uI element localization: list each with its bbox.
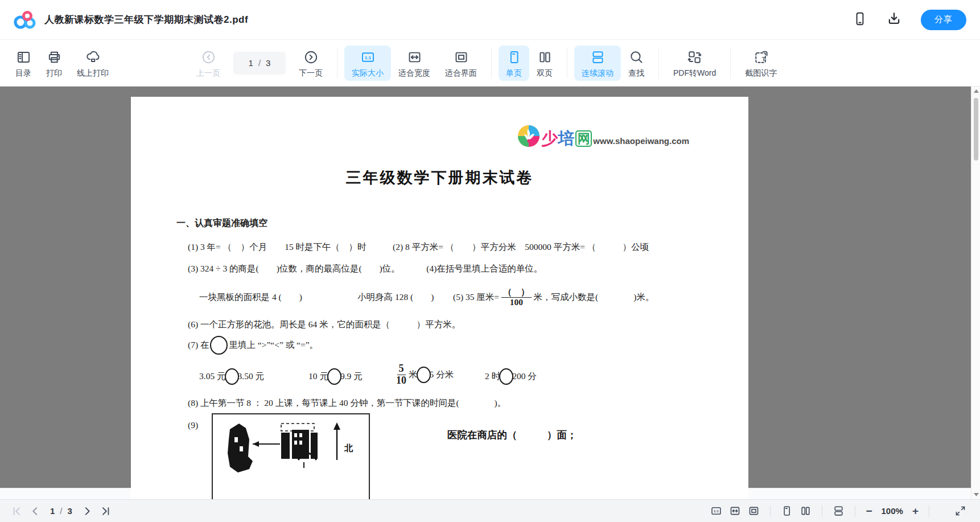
compare-right: 9.9 元 xyxy=(340,371,363,383)
question-7-suffix: 里填上 “>”“<” 或 “=”。 xyxy=(229,339,318,351)
brand-char-pei: 培 xyxy=(558,130,574,147)
fraction-numerator: （ ） xyxy=(501,287,532,298)
toolbar-divider xyxy=(658,48,659,79)
toolbar-divider xyxy=(491,48,492,79)
statusbar-fit-width-button[interactable] xyxy=(726,505,744,517)
download-icon xyxy=(887,11,901,28)
actual-size-button[interactable]: 1:1 实际大小 xyxy=(344,46,391,81)
fit-page-button[interactable]: 适合界面 xyxy=(438,46,484,81)
statusbar-divider xyxy=(770,505,771,517)
fullscreen-button[interactable] xyxy=(951,505,970,517)
app-logo-icon xyxy=(14,10,36,30)
continuous-scroll-button[interactable]: 连续滚动 xyxy=(574,46,621,81)
statusbar-actual-size-button[interactable]: 1:1 xyxy=(707,505,726,517)
search-icon xyxy=(629,50,644,65)
compare-left: 3.05 元 xyxy=(199,371,226,383)
fit-width-label: 适合宽度 xyxy=(398,69,430,77)
compare-item-4: 2 时 200 分 xyxy=(485,364,537,388)
statusbar-single-page-button[interactable] xyxy=(777,505,796,517)
blank-circle xyxy=(210,336,228,355)
phone-icon xyxy=(853,11,867,28)
zoom-out-button[interactable]: − xyxy=(862,505,875,517)
zoom-in-button[interactable]: + xyxy=(909,505,922,517)
compare-left: 10 元 xyxy=(308,371,328,383)
next-page-button[interactable]: 下一页 xyxy=(291,46,330,81)
prev-page-button[interactable]: 上一页 xyxy=(189,46,228,81)
brand-char-wang: 网 xyxy=(575,130,592,147)
single-page-button[interactable]: 单页 xyxy=(499,46,529,81)
print-button[interactable]: 打印 xyxy=(39,46,69,81)
double-page-button[interactable]: 双页 xyxy=(529,46,560,81)
pdf-viewer-app: 人教新课标数学三年级下学期期末测试卷2.pdf xyxy=(0,0,980,522)
statusbar-page-separator: / xyxy=(60,506,62,516)
question-5-prefix: (5) 35 厘米= xyxy=(453,291,499,303)
pdf-to-word-label: PDF转Word xyxy=(673,69,716,77)
double-page-label: 双页 xyxy=(537,69,553,77)
question-9-answer: 医院在商店的（ ）面； xyxy=(447,428,577,442)
screenshot-ocr-button[interactable]: T 截图识字 xyxy=(738,46,784,81)
brand-name: 少培网 xyxy=(541,130,592,147)
svg-text:1:1: 1:1 xyxy=(364,55,371,60)
question-5: (5) 35 厘米= （ ） 100 米，写成小数是( )米。 xyxy=(453,285,654,310)
question-9-map-image: 北 xyxy=(212,413,370,499)
compare-item-3: 5 10 米 5 分米 xyxy=(394,360,454,389)
question-line-2: (3) 324 ÷ 3 的商是( )位数，商的最高位是( )位。 (4)在括号里… xyxy=(188,263,542,275)
question-6: (6) 一个正方形的花池。周长是 64 米，它的面积是（ ）平方米。 xyxy=(188,319,460,331)
question-9-label: (9) xyxy=(188,420,198,430)
scrollbar-thumb[interactable] xyxy=(974,98,978,161)
page-number-indicator[interactable]: 1 / 3 xyxy=(233,52,286,75)
statusbar-double-page-button[interactable] xyxy=(796,505,815,517)
last-page-button[interactable] xyxy=(96,505,114,517)
double-page-icon xyxy=(537,50,553,65)
search-button[interactable]: 查找 xyxy=(621,46,652,81)
fraction-denominator: 10 xyxy=(396,375,406,386)
brand-flower-icon xyxy=(518,125,540,147)
compare-right: 5 分米 xyxy=(430,369,454,381)
toolbar: 目录 打印 线上打印 xyxy=(0,40,980,87)
online-print-button[interactable]: 线上打印 xyxy=(69,46,116,81)
first-page-button[interactable] xyxy=(8,505,26,517)
online-print-label: 线上打印 xyxy=(77,69,109,77)
fraction-denominator: 100 xyxy=(510,298,523,307)
document-filename: 人教新课标数学三年级下学期期末测试卷2.pdf xyxy=(44,13,248,26)
screenshot-ocr-label: 截图识字 xyxy=(745,69,777,77)
fit-width-button[interactable]: 适合宽度 xyxy=(391,46,438,81)
toolbar-divider xyxy=(730,48,731,79)
share-button[interactable]: 分享 xyxy=(921,10,966,30)
crop-ocr-icon: T xyxy=(753,50,769,65)
toolbar-divider xyxy=(567,48,567,79)
zoom-level: 100% xyxy=(882,506,903,516)
toc-button[interactable]: 目录 xyxy=(8,46,39,81)
pdf-to-word-button[interactable]: PDF转Word xyxy=(666,46,723,81)
convert-icon xyxy=(687,50,702,65)
question-5-fraction: （ ） 100 xyxy=(501,287,532,307)
next-page-nav-button[interactable] xyxy=(78,505,96,517)
prev-page-nav-button[interactable] xyxy=(26,505,44,517)
download-button[interactable] xyxy=(887,11,901,28)
compare-right: 200 分 xyxy=(512,371,537,383)
fraction-numerator: 5 xyxy=(397,363,406,375)
toolbar-divider xyxy=(337,48,337,79)
status-bar: 1 / 3 1:1 xyxy=(0,499,980,522)
mobile-view-button[interactable] xyxy=(853,11,867,28)
compare-left: 2 时 xyxy=(485,371,500,383)
scroll-down-icon[interactable] xyxy=(971,490,980,499)
vertical-scrollbar[interactable] xyxy=(971,87,980,499)
compare-circle xyxy=(499,368,513,385)
statusbar-continuous-button[interactable] xyxy=(829,505,848,517)
page-separator: / xyxy=(258,58,261,68)
brand-url: www.shaopeiwang.com xyxy=(593,136,689,147)
question-7-prefix: (7) 在 xyxy=(188,339,209,351)
title-bar: 人教新课标数学三年级下学期期末测试卷2.pdf xyxy=(0,0,980,40)
scroll-up-icon[interactable] xyxy=(971,87,980,96)
toc-label: 目录 xyxy=(15,69,31,77)
statusbar-fit-page-button[interactable] xyxy=(744,505,763,517)
circle-chevron-left-icon xyxy=(201,50,216,65)
statusbar-page-total: 3 xyxy=(68,506,72,516)
section-heading: 一、认真审题准确填空 xyxy=(176,217,267,229)
pdf-page: 少培网 www.shaopeiwang.com 三年级数学下册期末试卷 一、认真… xyxy=(131,97,748,499)
next-page-label: 下一页 xyxy=(299,69,323,77)
statusbar-divider xyxy=(929,505,929,517)
statusbar-page-current: 1 xyxy=(50,506,55,516)
single-page-icon xyxy=(507,50,522,65)
